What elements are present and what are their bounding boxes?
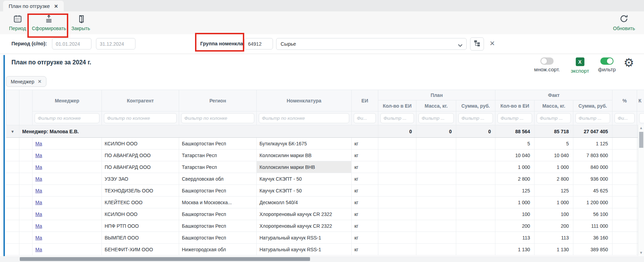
filter-input-plan-mass[interactable] [418, 113, 454, 123]
nomenclature-cell[interactable]: Десмоколл 540/4 [257, 197, 352, 208]
unit-cell[interactable]: кг [352, 161, 378, 173]
plan-mass-cell[interactable] [416, 138, 456, 150]
nomenclature-cell[interactable]: Хлоропреновый каучук CR 2322 [257, 220, 352, 232]
percent-cell[interactable] [612, 173, 637, 185]
fact-sum-cell[interactable]: 36 160 [573, 232, 612, 244]
period-button[interactable]: Период [9, 14, 26, 31]
manager-link[interactable]: Ма [35, 164, 42, 170]
nomenclature-cell[interactable]: Натуральный каучук RSS-1 [257, 232, 352, 244]
plan-qty-cell[interactable] [378, 244, 416, 255]
region-cell[interactable]: Башкортостан Респ [179, 208, 257, 220]
filter-input-region[interactable] [181, 113, 254, 123]
col-header-region[interactable]: Регион [179, 90, 257, 111]
plan-qty-cell[interactable] [378, 161, 416, 173]
filter-toggle[interactable] [600, 57, 614, 65]
contragent-cell[interactable]: ПО АВАНГАРД ООО [102, 150, 179, 161]
filter-input-nomenclature[interactable] [259, 113, 349, 123]
tab-shipment-plan[interactable]: План по отгрузке ✕ [3, 1, 64, 11]
filter-input-contragent[interactable] [104, 113, 177, 123]
filter-input-plan-sum[interactable] [458, 113, 493, 123]
percent-cell[interactable] [612, 197, 637, 208]
contragent-cell[interactable]: ПО АВАНГАРД ООО [102, 161, 179, 173]
plan-mass-cell[interactable] [416, 173, 456, 185]
fact-sum-cell[interactable]: 936 000 [573, 173, 612, 185]
region-cell[interactable]: Нижегородская обл [179, 244, 257, 255]
plan-qty-cell[interactable] [378, 220, 416, 232]
plan-mass-cell[interactable] [416, 220, 456, 232]
nomenclature-cell[interactable]: Коллоксилин марки ВВ [257, 150, 352, 161]
fact-mass-cell[interactable]: 125 [535, 185, 573, 197]
clear-group-icon[interactable]: ✕ [489, 39, 495, 47]
gear-icon[interactable]: ⚙ [624, 57, 634, 69]
percent-cell[interactable] [612, 220, 637, 232]
contragent-cell[interactable]: УЗЭУ ЗАО [102, 173, 179, 185]
fact-sum-cell[interactable]: 45 625 [573, 185, 612, 197]
unit-cell[interactable]: кг [352, 185, 378, 197]
filter-input-percent[interactable] [615, 113, 635, 123]
nomenclature-cell[interactable]: Каучук СКЭПТ - 50 [257, 173, 352, 185]
horizontal-scrollbar-thumb[interactable] [20, 257, 310, 261]
fact-sum-cell[interactable]: 840 000 [573, 161, 612, 173]
plan-qty-cell[interactable] [378, 232, 416, 244]
percent-cell[interactable] [612, 185, 637, 197]
plan-sum-cell[interactable] [456, 197, 495, 208]
close-button[interactable]: Закрыть [71, 14, 90, 31]
plan-sum-cell[interactable] [456, 138, 495, 150]
fact-mass-cell[interactable]: 1 130 [535, 244, 573, 255]
percent-cell[interactable] [612, 150, 637, 161]
col-header-fact-qty[interactable]: Кол-во в ЕИ [495, 100, 535, 111]
fact-sum-cell[interactable]: 1 125 [573, 138, 612, 150]
col-header-plan-sum[interactable]: Сумма, руб. [456, 100, 495, 111]
unit-cell[interactable]: кг [352, 150, 378, 161]
region-cell[interactable]: Башкортостан Респ [179, 185, 257, 197]
date-to-input[interactable] [96, 38, 135, 49]
col-header-plan-qty[interactable]: Кол-во в ЕИ [378, 100, 416, 111]
date-from-input[interactable] [52, 38, 91, 49]
plan-qty-cell[interactable] [378, 185, 416, 197]
col-header-contragent[interactable]: Контрагент [102, 90, 179, 111]
manager-link[interactable]: Ма [35, 223, 42, 229]
nomenclature-cell[interactable]: Бутилкаучук БК-1675 [257, 138, 352, 150]
contragent-cell[interactable]: КСИЛОН ООО [102, 138, 179, 150]
fact-sum-cell[interactable]: 1 200 000 [573, 197, 612, 208]
percent-cell[interactable] [612, 232, 637, 244]
fact-mass-cell[interactable]: 1 000 [535, 161, 573, 173]
group-code-input[interactable] [244, 38, 273, 49]
percent-cell[interactable] [612, 161, 637, 173]
fact-mass-cell[interactable]: 10 040 [535, 150, 573, 161]
region-cell[interactable]: Башкортостан Респ [179, 232, 257, 244]
contragent-cell[interactable]: КЛЕЙТЕКС ООО [102, 197, 179, 208]
horizontal-scrollbar[interactable] [0, 256, 644, 262]
unit-cell[interactable]: кг [352, 138, 378, 150]
plan-mass-cell[interactable] [416, 161, 456, 173]
fact-qty-cell[interactable]: 125 [495, 185, 535, 197]
scroll-up-icon[interactable]: ▲ [638, 126, 644, 129]
filter-input-fact-mass[interactable] [537, 113, 571, 123]
nomenclature-cell[interactable]: Натуральный каучук RSS-1 [257, 244, 352, 255]
vertical-scrollbar[interactable]: ▲ ▼ [638, 125, 644, 256]
nomenclature-cell[interactable]: Каучук СКЭПТ - 50 [257, 185, 352, 197]
fact-qty-cell[interactable]: 10 040 [495, 150, 535, 161]
plan-sum-cell[interactable] [456, 244, 495, 255]
plan-sum-cell[interactable] [456, 185, 495, 197]
fact-mass-cell[interactable]: 200 [535, 220, 573, 232]
grouping-chip[interactable]: Менеджер ✕ [6, 76, 46, 87]
filter-input-fact-sum[interactable] [575, 113, 610, 123]
contragent-cell[interactable]: БЕНЕФИТ-ХИМ ООО [102, 244, 179, 255]
manager-link[interactable]: Ма [35, 176, 42, 182]
multisort-toggle[interactable] [540, 57, 554, 65]
region-cell[interactable]: Свердловская обл [179, 173, 257, 185]
plan-mass-cell[interactable] [416, 244, 456, 255]
refresh-button[interactable]: Обновить [613, 14, 635, 31]
col-header-fact-sum[interactable]: Сумма, руб. [573, 100, 612, 111]
col-header-percent[interactable]: % [612, 90, 637, 111]
manager-link[interactable]: Ма [35, 247, 42, 252]
region-cell[interactable]: Башкортостан Респ [179, 220, 257, 232]
contragent-cell[interactable]: КСИЛОН ООО [102, 208, 179, 220]
plan-sum-cell[interactable] [456, 161, 495, 173]
manager-link[interactable]: Ма [35, 153, 42, 158]
plan-mass-cell[interactable] [416, 208, 456, 220]
region-cell[interactable]: Татарстан Респ [179, 150, 257, 161]
unit-cell[interactable]: кг [352, 173, 378, 185]
fact-mass-cell[interactable]: 100 [535, 208, 573, 220]
